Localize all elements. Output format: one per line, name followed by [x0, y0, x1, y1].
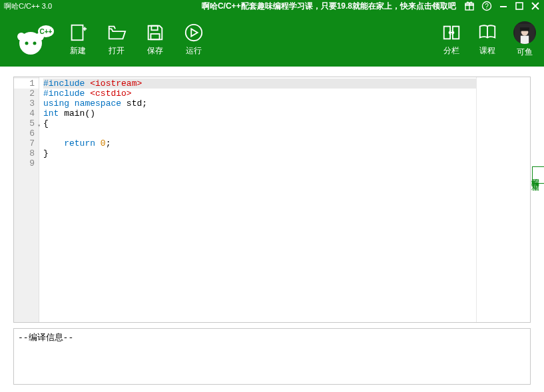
code-line[interactable]: using namespace std; — [43, 98, 476, 108]
course-label: 课程 — [479, 45, 495, 57]
line-number: 3 — [14, 98, 39, 108]
output-text: --编译信息-- — [18, 333, 73, 343]
line-number: 6 — [14, 128, 39, 138]
line-number: 5▾ — [14, 118, 39, 128]
open-label: 打开 — [109, 45, 125, 57]
code-line[interactable]: return 0; — [43, 138, 476, 148]
code-line[interactable]: #include <cstdio> — [43, 89, 476, 98]
maximize-icon[interactable] — [515, 1, 524, 11]
svg-rect-6 — [516, 3, 523, 9]
svg-text:C++: C++ — [40, 28, 53, 35]
svg-rect-20 — [150, 33, 159, 39]
svg-point-13 — [33, 42, 37, 45]
line-gutter: 12345▾6789 — [14, 77, 39, 322]
run-label: 运行 — [186, 45, 202, 57]
close-icon[interactable] — [531, 1, 540, 11]
save-label: 保存 — [147, 45, 163, 57]
line-number: 7 — [14, 138, 39, 148]
code-line[interactable]: { — [43, 118, 476, 128]
user-button[interactable]: 可鱼 — [513, 21, 536, 58]
side-panel-toggle[interactable]: 编程百宝箱 — [532, 166, 544, 184]
new-label: 新建 — [70, 45, 86, 57]
output-panel[interactable]: --编译信息-- — [13, 328, 531, 385]
title-bar: 啊哈C/C++ 3.0 啊哈C/C++配套趣味编程学习课，只要19.8就能在家上… — [0, 0, 544, 12]
code-line[interactable]: #include <iostream> — [43, 79, 476, 89]
line-number: 2 — [14, 89, 39, 98]
course-button[interactable]: 课程 — [477, 23, 497, 57]
svg-rect-28 — [521, 35, 529, 43]
code-line[interactable] — [43, 128, 476, 138]
help-icon[interactable]: ? — [481, 1, 492, 11]
code-editor[interactable]: 12345▾6789 #include <iostream>#include <… — [13, 77, 531, 323]
toolbar: C++ 新建 打开 保存 运行 分栏 课程 — [0, 12, 544, 67]
code-line[interactable]: } — [43, 148, 476, 158]
svg-rect-19 — [151, 25, 157, 30]
svg-rect-16 — [72, 25, 83, 40]
split-button[interactable]: 分栏 — [441, 23, 461, 57]
open-button[interactable]: 打开 — [107, 23, 127, 57]
user-label: 可鱼 — [517, 47, 533, 58]
code-line[interactable]: int main() — [43, 108, 476, 118]
line-number: 4 — [14, 108, 39, 118]
promo-text[interactable]: 啊哈C/C++配套趣味编程学习课，只要19.8就能在家上，快来点击领取吧 — [202, 1, 456, 12]
gift-icon[interactable] — [464, 1, 475, 11]
app-title: 啊哈C/C++ 3.0 — [4, 1, 52, 11]
svg-point-12 — [25, 42, 29, 45]
svg-point-10 — [17, 33, 25, 41]
avatar — [513, 21, 536, 44]
print-margin — [476, 77, 477, 322]
line-number: 1 — [14, 79, 39, 89]
new-button[interactable]: 新建 — [68, 23, 88, 57]
svg-text:?: ? — [485, 3, 489, 10]
app-logo-icon: C++ — [8, 19, 61, 59]
line-number: 9 — [14, 158, 39, 168]
code-content[interactable]: #include <iostream>#include <cstdio>usin… — [39, 77, 476, 322]
save-button[interactable]: 保存 — [145, 23, 165, 57]
side-panel-label: 编程百宝箱 — [529, 172, 541, 178]
run-button[interactable]: 运行 — [184, 23, 204, 57]
code-line[interactable] — [43, 158, 476, 168]
svg-point-21 — [186, 24, 202, 40]
minimize-icon[interactable] — [499, 1, 508, 11]
split-label: 分栏 — [443, 45, 459, 57]
line-number: 8 — [14, 148, 39, 158]
svg-rect-29 — [520, 27, 529, 31]
